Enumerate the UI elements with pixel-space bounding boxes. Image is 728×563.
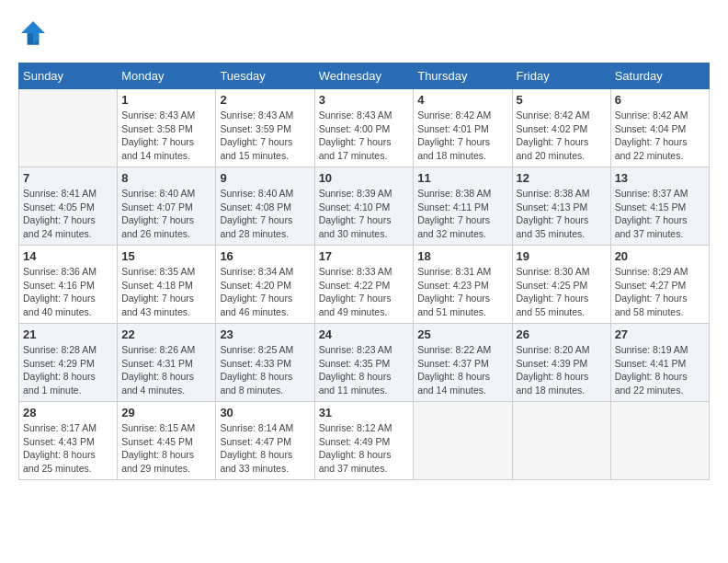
week-row-1: 1Sunrise: 8:43 AMSunset: 3:58 PMDaylight… [19,89,710,167]
day-info: Sunrise: 8:42 AMSunset: 4:02 PMDaylight:… [517,109,607,163]
day-cell: 24Sunrise: 8:23 AMSunset: 4:35 PMDayligh… [314,324,414,402]
day-cell: 3Sunrise: 8:43 AMSunset: 4:00 PMDaylight… [314,89,414,167]
day-cell: 10Sunrise: 8:39 AMSunset: 4:10 PMDayligh… [314,167,414,246]
day-number: 15 [121,249,211,263]
day-info: Sunrise: 8:31 AMSunset: 4:23 PMDaylight:… [417,265,507,319]
day-number: 22 [121,327,211,341]
day-cell: 12Sunrise: 8:38 AMSunset: 4:13 PMDayligh… [512,167,610,246]
day-number: 4 [417,93,507,107]
day-info: Sunrise: 8:38 AMSunset: 4:13 PMDaylight:… [517,187,607,241]
day-info: Sunrise: 8:14 AMSunset: 4:47 PMDaylight:… [220,421,310,476]
day-cell: 1Sunrise: 8:43 AMSunset: 3:58 PMDaylight… [118,89,216,167]
logo [18,18,51,48]
day-cell: 14Sunrise: 8:36 AMSunset: 4:16 PMDayligh… [19,246,118,324]
day-info: Sunrise: 8:43 AMSunset: 3:59 PMDaylight:… [220,109,310,163]
day-cell: 27Sunrise: 8:19 AMSunset: 4:41 PMDayligh… [610,324,709,402]
day-info: Sunrise: 8:38 AMSunset: 4:11 PMDaylight:… [417,187,507,241]
day-info: Sunrise: 8:36 AMSunset: 4:16 PMDaylight:… [23,265,113,319]
day-number: 10 [319,171,410,185]
day-number: 30 [220,406,310,419]
day-info: Sunrise: 8:28 AMSunset: 4:29 PMDaylight:… [23,343,113,397]
column-header-tuesday: Tuesday [216,63,314,89]
svg-marker-1 [21,21,45,45]
day-cell: 18Sunrise: 8:31 AMSunset: 4:23 PMDayligh… [414,246,512,324]
day-info: Sunrise: 8:42 AMSunset: 4:04 PMDaylight:… [615,109,705,163]
day-cell [414,402,512,480]
day-number: 17 [319,249,410,263]
day-info: Sunrise: 8:33 AMSunset: 4:22 PMDaylight:… [319,265,410,319]
header-row: SundayMondayTuesdayWednesdayThursdayFrid… [19,63,710,89]
day-info: Sunrise: 8:15 AMSunset: 4:45 PMDaylight:… [121,421,211,476]
day-number: 13 [615,171,705,185]
day-number: 3 [319,93,410,107]
day-cell: 29Sunrise: 8:15 AMSunset: 4:45 PMDayligh… [118,402,216,480]
day-cell [610,402,709,480]
day-number: 12 [517,171,607,185]
column-header-friday: Friday [512,63,610,89]
day-cell: 25Sunrise: 8:22 AMSunset: 4:37 PMDayligh… [414,324,512,402]
day-number: 24 [319,327,410,341]
day-number: 2 [220,93,310,107]
day-number: 19 [517,249,607,263]
day-info: Sunrise: 8:22 AMSunset: 4:37 PMDaylight:… [417,343,507,397]
day-cell: 22Sunrise: 8:26 AMSunset: 4:31 PMDayligh… [118,324,216,402]
day-cell: 26Sunrise: 8:20 AMSunset: 4:39 PMDayligh… [512,324,610,402]
day-number: 1 [121,93,211,107]
day-info: Sunrise: 8:17 AMSunset: 4:43 PMDaylight:… [23,421,113,476]
day-cell: 6Sunrise: 8:42 AMSunset: 4:04 PMDaylight… [610,89,709,167]
day-number: 18 [417,249,507,263]
column-header-thursday: Thursday [414,63,512,89]
column-header-monday: Monday [118,63,216,89]
day-info: Sunrise: 8:30 AMSunset: 4:25 PMDaylight:… [517,265,607,319]
day-cell: 13Sunrise: 8:37 AMSunset: 4:15 PMDayligh… [610,167,709,246]
day-cell: 8Sunrise: 8:40 AMSunset: 4:07 PMDaylight… [118,167,216,246]
day-info: Sunrise: 8:25 AMSunset: 4:33 PMDaylight:… [220,343,310,397]
day-number: 21 [23,327,113,341]
week-row-2: 7Sunrise: 8:41 AMSunset: 4:05 PMDaylight… [19,167,710,246]
column-header-saturday: Saturday [610,63,709,89]
day-info: Sunrise: 8:39 AMSunset: 4:10 PMDaylight:… [319,187,410,241]
day-number: 28 [23,406,113,419]
day-info: Sunrise: 8:40 AMSunset: 4:07 PMDaylight:… [121,187,211,241]
day-number: 29 [121,406,211,419]
day-cell: 30Sunrise: 8:14 AMSunset: 4:47 PMDayligh… [216,402,314,480]
day-number: 9 [220,171,310,185]
day-cell: 17Sunrise: 8:33 AMSunset: 4:22 PMDayligh… [314,246,414,324]
week-row-5: 28Sunrise: 8:17 AMSunset: 4:43 PMDayligh… [19,402,710,480]
day-info: Sunrise: 8:37 AMSunset: 4:15 PMDaylight:… [615,187,705,241]
day-cell: 7Sunrise: 8:41 AMSunset: 4:05 PMDaylight… [19,167,118,246]
day-cell [19,89,118,167]
day-number: 16 [220,249,310,263]
day-number: 8 [121,171,211,185]
day-cell: 5Sunrise: 8:42 AMSunset: 4:02 PMDaylight… [512,89,610,167]
day-number: 27 [615,327,705,341]
column-header-wednesday: Wednesday [314,63,414,89]
day-cell: 20Sunrise: 8:29 AMSunset: 4:27 PMDayligh… [610,246,709,324]
calendar-table: SundayMondayTuesdayWednesdayThursdayFrid… [18,63,710,480]
day-number: 6 [615,93,705,107]
week-row-4: 21Sunrise: 8:28 AMSunset: 4:29 PMDayligh… [19,324,710,402]
logo-icon [18,18,48,48]
day-cell: 9Sunrise: 8:40 AMSunset: 4:08 PMDaylight… [216,167,314,246]
day-cell: 2Sunrise: 8:43 AMSunset: 3:59 PMDaylight… [216,89,314,167]
day-info: Sunrise: 8:29 AMSunset: 4:27 PMDaylight:… [615,265,705,319]
day-info: Sunrise: 8:34 AMSunset: 4:20 PMDaylight:… [220,265,310,319]
day-info: Sunrise: 8:43 AMSunset: 3:58 PMDaylight:… [121,109,211,163]
day-cell: 21Sunrise: 8:28 AMSunset: 4:29 PMDayligh… [19,324,118,402]
day-cell: 4Sunrise: 8:42 AMSunset: 4:01 PMDaylight… [414,89,512,167]
day-info: Sunrise: 8:23 AMSunset: 4:35 PMDaylight:… [319,343,410,397]
day-cell: 23Sunrise: 8:25 AMSunset: 4:33 PMDayligh… [216,324,314,402]
day-info: Sunrise: 8:43 AMSunset: 4:00 PMDaylight:… [319,109,410,163]
day-cell: 16Sunrise: 8:34 AMSunset: 4:20 PMDayligh… [216,246,314,324]
day-cell: 31Sunrise: 8:12 AMSunset: 4:49 PMDayligh… [314,402,414,480]
day-cell: 19Sunrise: 8:30 AMSunset: 4:25 PMDayligh… [512,246,610,324]
day-info: Sunrise: 8:26 AMSunset: 4:31 PMDaylight:… [121,343,211,397]
day-cell: 11Sunrise: 8:38 AMSunset: 4:11 PMDayligh… [414,167,512,246]
day-cell: 28Sunrise: 8:17 AMSunset: 4:43 PMDayligh… [19,402,118,480]
day-number: 14 [23,249,113,263]
page-header [18,18,710,48]
day-info: Sunrise: 8:19 AMSunset: 4:41 PMDaylight:… [615,343,705,397]
day-number: 5 [517,93,607,107]
day-info: Sunrise: 8:40 AMSunset: 4:08 PMDaylight:… [220,187,310,241]
week-row-3: 14Sunrise: 8:36 AMSunset: 4:16 PMDayligh… [19,246,710,324]
